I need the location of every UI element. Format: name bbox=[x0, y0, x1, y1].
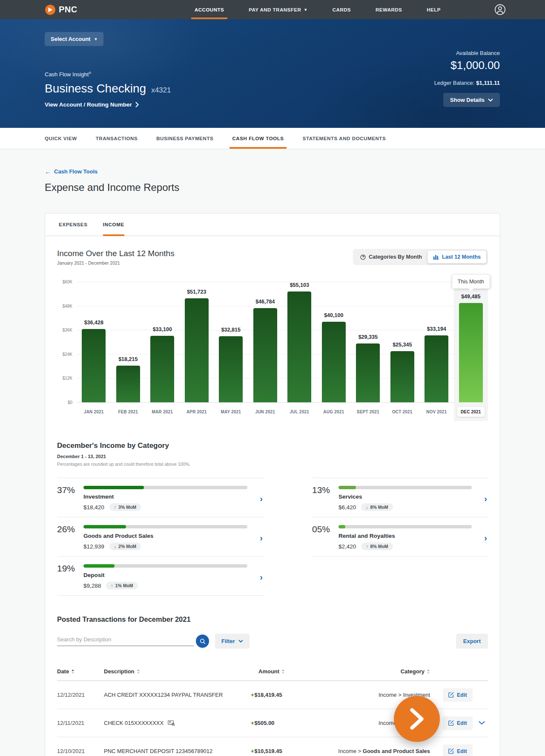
search-input[interactable] bbox=[57, 636, 194, 643]
mom-text: 3% MoM bbox=[118, 505, 136, 510]
income-bar[interactable] bbox=[219, 336, 243, 402]
nav-item-help[interactable]: HELP bbox=[426, 0, 442, 19]
nav-item-accounts[interactable]: ACCOUNTS bbox=[194, 0, 225, 19]
select-account-button[interactable]: Select Account ▼ bbox=[45, 32, 103, 46]
edit-button[interactable]: Edit bbox=[443, 744, 473, 756]
income-bar[interactable] bbox=[356, 343, 380, 402]
income-bar[interactable] bbox=[82, 329, 106, 402]
view-check-icon[interactable] bbox=[168, 720, 175, 726]
edit-button[interactable]: Edit bbox=[443, 688, 473, 702]
expand-row-chevron-icon[interactable] bbox=[479, 721, 485, 725]
edit-icon bbox=[448, 748, 454, 754]
category-item-investment[interactable]: 37%Investment$18,420↑3% MoM› bbox=[57, 478, 264, 517]
category-item-rental-and-royalties[interactable]: 05%Rental and Royalties$2,420↑8% MoM› bbox=[312, 517, 489, 557]
chart-column-jul-2021: $55,103JUL 2021 bbox=[282, 282, 317, 421]
search-field bbox=[57, 636, 194, 646]
tab-expenses[interactable]: EXPENSES bbox=[59, 214, 88, 236]
income-bar[interactable] bbox=[253, 308, 277, 402]
chart-title: Income Over the Last 12 Months bbox=[57, 249, 175, 258]
category-item-services[interactable]: 13%Services$6,420↓8% MoM› bbox=[312, 478, 489, 517]
income-bar[interactable] bbox=[116, 366, 140, 402]
nav-item-label: HELP bbox=[427, 7, 441, 12]
y-axis-tick: $12K bbox=[63, 376, 72, 381]
current-month-pill: DEC 2021 bbox=[457, 407, 485, 417]
transaction-category: Income > Goods and Product Sales bbox=[322, 748, 430, 754]
income-bar[interactable] bbox=[287, 291, 311, 402]
y-axis-tick: $24K bbox=[63, 352, 72, 356]
category-progress-fill bbox=[338, 525, 345, 528]
mom-text: 8% MoM bbox=[370, 544, 388, 549]
pnc-logo[interactable]: PNC bbox=[45, 4, 77, 15]
edit-button[interactable]: Edit bbox=[443, 716, 473, 730]
mom-badge: ↑8% MoM bbox=[361, 542, 393, 550]
pie-chart-icon bbox=[360, 254, 366, 260]
column-header-date[interactable]: Date bbox=[57, 668, 104, 675]
income-bar[interactable] bbox=[185, 298, 209, 402]
account-info: Cash Flow Insight® Business Checking x43… bbox=[45, 71, 171, 108]
chevron-right-icon[interactable]: › bbox=[260, 494, 263, 503]
category-percent: 13% bbox=[312, 484, 338, 511]
available-balance-value: $1,000.00 bbox=[434, 59, 500, 72]
tab-quick-view[interactable]: QUICK VIEW bbox=[45, 128, 77, 149]
search-icon bbox=[200, 638, 206, 644]
transaction-description: CHECK 015XXXXXXXX bbox=[104, 720, 251, 726]
income-bar[interactable] bbox=[459, 303, 483, 402]
tab-income[interactable]: INCOME bbox=[103, 214, 124, 236]
nav-item-rewards[interactable]: REWARDS bbox=[375, 0, 403, 19]
nav-item-pay-and-transfer[interactable]: PAY AND TRANSFER▼ bbox=[248, 0, 308, 19]
chart-column-jun-2021: $46,784JUN 2021 bbox=[248, 282, 283, 421]
chevron-right-icon[interactable]: › bbox=[484, 534, 487, 542]
category-progress-bar bbox=[338, 486, 472, 489]
income-bar[interactable] bbox=[322, 322, 346, 402]
chevron-right-icon[interactable]: › bbox=[260, 573, 263, 581]
transaction-amount: +$10,519.45 bbox=[251, 748, 322, 754]
back-link[interactable]: ← Cash Flow Tools bbox=[45, 168, 98, 175]
nav-item-cards[interactable]: CARDS bbox=[332, 0, 352, 19]
categories-title: December's Income by Category bbox=[57, 441, 488, 450]
mom-badge: ↓8% MoM bbox=[361, 503, 393, 511]
chevron-right-icon bbox=[135, 102, 139, 107]
search-button[interactable] bbox=[196, 635, 209, 648]
nav-item-label: ACCOUNTS bbox=[195, 7, 224, 12]
show-details-button[interactable]: Show Details bbox=[443, 93, 500, 107]
product-name: Cash Flow Insight® bbox=[45, 71, 171, 78]
nav-item-label: CARDS bbox=[333, 7, 351, 12]
tab-statements-and-documents[interactable]: STATEMENTS AND DOCUMENTS bbox=[303, 128, 386, 149]
balance-info: Available Balance $1,000.00 Ledger Balan… bbox=[434, 50, 500, 107]
chevron-right-icon[interactable]: › bbox=[260, 534, 263, 542]
this-month-tooltip: This Month bbox=[452, 275, 490, 289]
category-percent: 19% bbox=[57, 563, 83, 589]
last-12-months-button[interactable]: Last 12 Months bbox=[427, 251, 486, 263]
chart-column-jan-2021: $36,428JAN 2021 bbox=[77, 282, 111, 421]
page-title: Expense and Income Reports bbox=[45, 182, 500, 193]
main-content: ← Cash Flow Tools Expense and Income Rep… bbox=[0, 149, 545, 756]
account-number: x4321 bbox=[151, 86, 171, 95]
export-button[interactable]: Export bbox=[456, 634, 488, 649]
column-header-category[interactable]: Category bbox=[322, 668, 430, 675]
category-item-deposit[interactable]: 19%Deposit$9,288↑1% MoM› bbox=[57, 556, 264, 596]
profile-icon[interactable] bbox=[494, 4, 506, 15]
tab-transactions[interactable]: TRANSACTIONS bbox=[96, 128, 138, 149]
column-header-description[interactable]: Description bbox=[104, 668, 251, 675]
income-bar[interactable] bbox=[425, 335, 448, 402]
next-step-indicator[interactable] bbox=[394, 696, 440, 742]
category-amount: $12,939 bbox=[83, 543, 104, 550]
bar-chart-icon bbox=[433, 254, 439, 260]
view-account-routing-link[interactable]: View Account / Routing Number bbox=[45, 101, 171, 108]
arrow-up-icon: ↑ bbox=[114, 505, 116, 510]
income-bar[interactable] bbox=[390, 351, 414, 402]
chart-column-oct-2021: $25,345OCT 2021 bbox=[385, 282, 420, 421]
categories-by-month-button[interactable]: Categories By Month bbox=[355, 251, 427, 263]
y-axis-tick: $0 bbox=[68, 400, 72, 405]
category-progress-bar bbox=[338, 525, 472, 528]
mom-badge: ↑1% MoM bbox=[106, 582, 138, 589]
column-header-amount[interactable]: Amount bbox=[258, 668, 322, 675]
category-percent: 37% bbox=[57, 484, 83, 511]
chevron-right-icon[interactable]: › bbox=[484, 494, 487, 503]
transaction-amount: +$18,419.45 bbox=[251, 692, 322, 698]
tab-business-payments[interactable]: BUSINESS PAYMENTS bbox=[156, 128, 213, 149]
income-bar[interactable] bbox=[150, 336, 174, 402]
category-item-goods-and-product-sales[interactable]: 26%Goods and Product Sales$12,939↓2% MoM… bbox=[57, 517, 264, 556]
filter-button[interactable]: Filter bbox=[215, 634, 250, 649]
tab-cash-flow-tools[interactable]: CASH FLOW TOOLS bbox=[232, 128, 284, 149]
